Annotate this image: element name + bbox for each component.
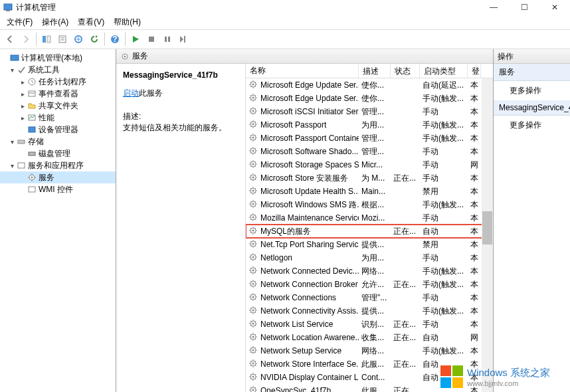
refresh-button[interactable] <box>87 32 102 47</box>
col-name[interactable]: 名称 <box>246 64 359 78</box>
description-label: 描述: <box>123 111 238 122</box>
help-button[interactable]: ? <box>108 32 122 47</box>
tree-storage[interactable]: ▾存储 <box>0 136 116 147</box>
description-text: 支持短信及相关功能的服务。 <box>123 122 238 134</box>
service-desc: 此服... <box>359 359 391 370</box>
service-row[interactable]: Microsoft Edge Update Ser...使你...手动(触发..… <box>246 92 493 105</box>
show-hide-button[interactable] <box>39 32 54 47</box>
svg-point-69 <box>252 349 254 351</box>
service-row[interactable]: Network Connectivity Assis...提供...手动(触发.… <box>246 304 493 318</box>
service-row[interactable]: Netlogon为用...手动本 <box>246 251 493 264</box>
service-status: 正在运行自 <box>391 385 420 393</box>
properties-button[interactable] <box>55 32 70 47</box>
service-row[interactable]: Net.Tcp Port Sharing Service提供...禁用本 <box>246 238 493 251</box>
menu-view[interactable]: 查看(V) <box>74 15 108 29</box>
export-button[interactable] <box>71 32 86 47</box>
service-row[interactable]: Network Location Awarene...收集...正在...自动网 <box>246 331 493 344</box>
tree-services[interactable]: 服务 <box>0 171 116 183</box>
svg-point-43 <box>252 177 254 179</box>
menu-help[interactable]: 帮助(H) <box>110 15 145 29</box>
tree-event-viewer[interactable]: ▸事件查看器 <box>0 88 116 100</box>
service-row[interactable]: Network Setup Service网络...手动(触发...本 <box>246 344 493 357</box>
service-name: Microsoft Update Health S... <box>260 187 359 196</box>
tree-task-scheduler[interactable]: ▸任务计划程序 <box>0 76 116 88</box>
start-service-link[interactable]: 启动 <box>123 88 139 98</box>
gear-icon <box>248 385 259 392</box>
svg-text:?: ? <box>112 35 117 44</box>
service-row[interactable]: Microsoft Update Health S...Main...禁用本 <box>246 185 493 198</box>
service-logon: 本 <box>468 266 481 277</box>
service-row[interactable]: Microsoft Edge Update Ser...使你...自动(延迟..… <box>246 78 493 92</box>
expand-icon[interactable]: ▸ <box>19 90 27 98</box>
tree-device-manager[interactable]: 设备管理器 <box>0 124 116 136</box>
service-desc: 使你... <box>359 80 391 91</box>
menu-file[interactable]: 文件(F) <box>3 15 37 29</box>
minimize-button[interactable]: — <box>478 0 509 15</box>
tree-system-tools[interactable]: ▾系统工具 <box>0 64 116 76</box>
service-name: Microsoft Passport <box>260 120 326 130</box>
service-name: Network Setup Service <box>260 346 341 355</box>
service-name: Network List Service <box>260 320 333 329</box>
pause-service-button[interactable] <box>160 32 175 47</box>
svg-rect-3 <box>47 36 50 43</box>
service-startup: 手动(触发... <box>420 93 468 104</box>
col-description[interactable]: 描述 <box>359 64 391 78</box>
service-name: Network Store Interface Se... <box>260 359 359 369</box>
forward-button[interactable] <box>19 32 33 47</box>
list-body[interactable]: Microsoft Edge Update Ser...使你...自动(延迟..… <box>246 78 493 392</box>
tree-disk-management[interactable]: 磁盘管理 <box>0 147 116 159</box>
expand-icon[interactable]: ▸ <box>19 102 27 110</box>
gear-icon <box>248 226 259 237</box>
center-title: 服务 <box>132 50 148 62</box>
collapse-icon[interactable]: ▾ <box>8 66 16 74</box>
service-logon: 网 <box>468 159 481 171</box>
scrollbar-thumb[interactable] <box>482 211 492 245</box>
service-row[interactable]: Network List Service识别...正在...手动本 <box>246 318 493 331</box>
expand-icon[interactable]: ▸ <box>19 78 27 86</box>
service-row[interactable]: Network Connection Broker允许...正在...手动(触发… <box>246 278 493 291</box>
service-desc: 为用... <box>359 120 391 131</box>
maximize-button[interactable]: ☐ <box>509 0 539 15</box>
expand-icon[interactable]: ▸ <box>19 114 27 122</box>
gear-icon <box>248 106 259 117</box>
menu-action[interactable]: 操作(A) <box>38 15 72 29</box>
stop-service-button[interactable] <box>144 32 159 47</box>
gear-icon <box>248 292 259 303</box>
actions-more-1[interactable]: 更多操作 <box>494 81 570 100</box>
service-row[interactable]: Microsoft Passport Container管理...手动(触发..… <box>246 132 493 145</box>
tree-root[interactable]: 计算机管理(本地) <box>0 52 116 64</box>
svg-rect-16 <box>29 91 35 96</box>
list-header: 名称 描述 状态 启动类型 登 <box>246 64 493 78</box>
tree-performance[interactable]: ▸性能 <box>0 112 116 124</box>
service-row[interactable]: Network Connections管理"...手动本 <box>246 291 493 304</box>
service-row[interactable]: Microsoft iSCSI Initiator Ser...管理...手动本 <box>246 105 493 118</box>
collapse-icon[interactable]: ▾ <box>8 138 16 146</box>
col-logon-as[interactable]: 登 <box>468 64 481 78</box>
service-desc: 允许... <box>359 279 391 290</box>
service-row[interactable]: Microsoft Storage Spaces S...Micr...手动网 <box>246 158 493 171</box>
scrollbar[interactable] <box>482 78 493 392</box>
tree-wmi-control[interactable]: WMI 控件 <box>0 183 116 195</box>
start-service-button[interactable] <box>128 32 143 47</box>
service-name: MySQL的服务 <box>260 226 311 237</box>
tree-services-apps[interactable]: ▾服务和应用程序 <box>0 159 116 171</box>
actions-more-2[interactable]: 更多操作 <box>494 116 570 135</box>
main-area: 计算机管理(本地) ▾系统工具 ▸任务计划程序 ▸事件查看器 ▸共享文件夹 ▸性… <box>0 49 570 392</box>
service-startup: 自动 <box>420 226 468 237</box>
service-row[interactable]: Microsoft Windows SMS 路...根据...手动(触发...本 <box>246 198 493 211</box>
service-row[interactable]: Microsoft Passport为用...手动(触发...本 <box>246 118 493 132</box>
tree-shared-folders[interactable]: ▸共享文件夹 <box>0 100 116 112</box>
col-status[interactable]: 状态 <box>391 64 420 78</box>
service-row[interactable]: Mozilla Maintenance ServiceMozi...手动本 <box>246 211 493 225</box>
service-row[interactable]: Network Connected Devic...网络...手动(触发...本 <box>246 264 493 278</box>
close-button[interactable]: ✕ <box>539 0 570 15</box>
service-row[interactable]: MySQL的服务正在...自动本 <box>246 225 493 238</box>
svg-point-27 <box>124 55 126 57</box>
back-button[interactable] <box>3 32 17 47</box>
col-startup-type[interactable]: 启动类型 <box>420 64 468 78</box>
gear-icon <box>248 93 259 104</box>
collapse-icon[interactable]: ▾ <box>8 162 16 169</box>
restart-service-button[interactable] <box>176 32 191 47</box>
service-row[interactable]: Microsoft Software Shado...管理...手动本 <box>246 145 493 158</box>
service-row[interactable]: Microsoft Store 安装服务为 M...正在...手动本 <box>246 171 493 185</box>
